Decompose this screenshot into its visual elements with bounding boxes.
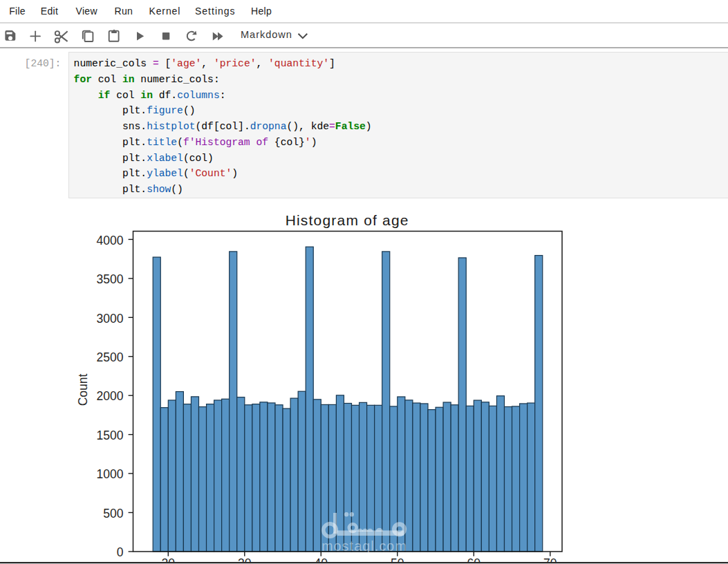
svg-text:mostaql.com: mostaql.com (321, 538, 407, 554)
svg-text:1500: 1500 (97, 429, 124, 442)
svg-text:2000: 2000 (97, 389, 124, 403)
svg-text:Histogram of age: Histogram of age (286, 212, 409, 228)
svg-text:4000: 4000 (97, 234, 124, 247)
svg-text:1000: 1000 (97, 467, 124, 481)
svg-text:0: 0 (117, 545, 124, 559)
svg-text:2500: 2500 (97, 350, 124, 364)
svg-text:Count: Count (76, 374, 90, 406)
svg-text:3000: 3000 (97, 312, 124, 326)
svg-text:500: 500 (103, 507, 123, 520)
svg-text:3500: 3500 (97, 272, 124, 286)
